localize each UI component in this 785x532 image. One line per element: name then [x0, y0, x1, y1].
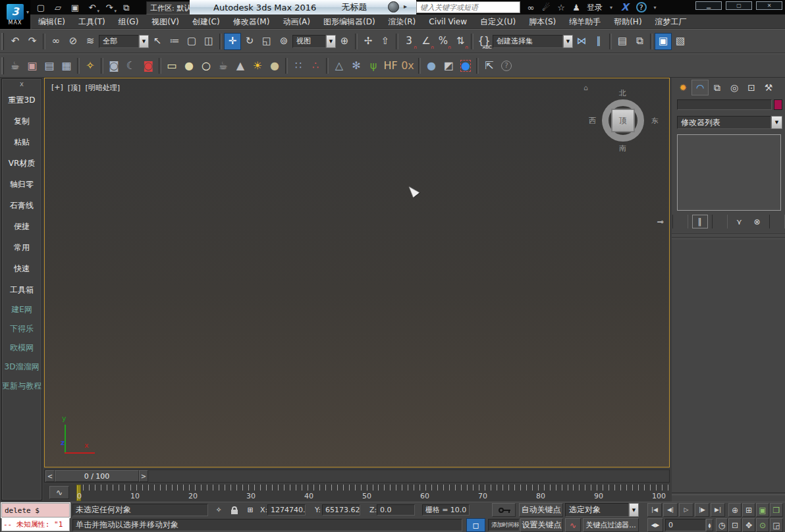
menu-item[interactable]: 组(G) [112, 14, 146, 29]
use-pivot-center-icon[interactable]: ⊕ [336, 33, 353, 50]
y-coordinate-field[interactable]: 65173.625 [322, 504, 360, 516]
keyboard-override-icon[interactable]: ⇧ [377, 33, 394, 50]
rock-object-icon[interactable]: ✻ [348, 57, 365, 74]
moon-light-icon[interactable]: ☾ [122, 57, 140, 74]
search-input[interactable]: 键入关键字或短语 [416, 1, 520, 13]
isolate-selection-toggle[interactable]: ◻ [466, 518, 485, 532]
blob-primitive-icon[interactable]: ● [180, 57, 198, 74]
select-and-link-icon[interactable]: ∞ [47, 33, 65, 50]
edit-named-selections-icon[interactable]: {}ABC [475, 33, 493, 50]
viewcube-top-face[interactable]: 顶 [611, 109, 635, 132]
material-editor-icon[interactable]: ▣ [655, 33, 672, 50]
layer-explorer-icon[interactable]: ⧉ [631, 33, 648, 50]
pan-view-icon[interactable]: ✥ [742, 518, 755, 532]
viewport-top[interactable]: [+] [顶] [明暗处理] ⌂ 顶 北 南 西 东 y x z [44, 78, 670, 467]
goto-start-icon[interactable]: |◀ [647, 503, 662, 517]
next-frame-arrow[interactable]: > [139, 470, 148, 482]
menu-item[interactable]: 绵羊助手 [562, 14, 607, 29]
make-unique-icon[interactable]: ⋎ [732, 215, 747, 228]
track-bar[interactable]: ∿ 0 10 20 30 40 50 60 [44, 485, 670, 501]
track-bar-ruler[interactable]: 0 10 20 30 40 50 60 70 80 90 [76, 485, 668, 501]
sidebar-link[interactable]: 欧模网 [2, 338, 41, 358]
x-coordinate-field[interactable]: 1274740.0 [267, 504, 306, 516]
add-time-tag-field[interactable]: 添加时间标记 [488, 519, 520, 531]
selection-lock-icon[interactable] [228, 504, 241, 516]
undo-scene-icon[interactable]: ↶ [7, 33, 24, 50]
help-disabled-icon[interactable]: ? [498, 57, 515, 74]
orbit-icon[interactable]: ⊙ [756, 518, 769, 532]
zoom-region-icon[interactable]: ⊡ [728, 518, 742, 532]
project-folder-icon[interactable]: ⧉ [119, 1, 134, 14]
zoom-extents-all-icon[interactable]: ❒ [770, 503, 783, 517]
sidebar-button[interactable]: 粘贴 [2, 132, 41, 153]
object-name-input[interactable] [677, 99, 772, 110]
select-and-place-icon[interactable]: ⊚ [275, 33, 292, 50]
ox-fur-icon[interactable]: 0x [399, 57, 416, 74]
sidebar-title[interactable]: x [2, 79, 41, 90]
remove-modifier-icon[interactable]: ⊗ [749, 215, 765, 228]
select-and-scale-icon[interactable]: ◱ [258, 33, 275, 50]
sphere-primitive-icon[interactable]: ● [266, 57, 283, 74]
menu-item[interactable]: 图形编辑器(D) [317, 14, 382, 29]
key-filters-button[interactable]: 关键点过滤器... [583, 518, 639, 532]
chevron-down-icon[interactable]: ▼ [629, 503, 639, 517]
maximize-viewport-icon[interactable]: ◲ [770, 518, 783, 532]
select-and-move-icon[interactable]: ✛ [224, 33, 241, 50]
redo-icon[interactable]: ↷▾ [101, 1, 117, 14]
scene-explorer-icon[interactable]: ▤ [614, 33, 631, 50]
zoom-all-icon[interactable]: ⊞ [742, 503, 755, 517]
sidebar-link[interactable]: 更新与教程 [2, 377, 41, 396]
frame-spinner[interactable]: ▲ ▼ [706, 519, 713, 531]
menu-item[interactable]: 工具(T) [72, 14, 112, 29]
set-key-button[interactable]: 设置关键点 [520, 518, 563, 532]
percent-snap-icon[interactable]: %∩ [435, 33, 452, 50]
select-and-rotate-icon[interactable]: ↻ [241, 33, 258, 50]
pin-stack-icon[interactable]: ⊸ [653, 215, 668, 228]
select-and-manipulate-icon[interactable]: ✢ [360, 33, 377, 50]
chevron-down-icon[interactable]: ▼ [139, 35, 149, 48]
sun-light-icon[interactable]: ☀ [249, 57, 266, 74]
signin-person-icon[interactable]: ♟ [569, 1, 583, 14]
play-icon[interactable]: ▷ [679, 503, 693, 517]
viewcube-west-label[interactable]: 西 [589, 116, 596, 126]
isolate-bulb-icon[interactable]: ✧ [212, 504, 225, 516]
chevron-down-icon[interactable]: ▼ [771, 116, 782, 129]
molecule-icon[interactable]: ∴ [307, 57, 324, 74]
viewcube-north-label[interactable]: 北 [619, 88, 626, 98]
goto-end-icon[interactable]: ▶| [711, 503, 725, 517]
time-slider-handle[interactable]: 0 / 100 [55, 470, 139, 482]
sidebar-button[interactable]: 石膏线 [2, 195, 41, 216]
object-color-swatch[interactable] [774, 99, 782, 110]
viewport-shading-menu[interactable]: [明暗处理] [85, 83, 120, 93]
help-icon[interactable]: ? [636, 2, 647, 13]
masked-sphere-icon[interactable]: ● [457, 57, 474, 74]
sidebar-button[interactable]: 重置3D [2, 90, 41, 111]
modifier-list-dropdown[interactable]: 修改器列表 ▼ [677, 116, 782, 129]
redo-scene-icon[interactable]: ↷ [24, 33, 41, 50]
chevron-down-icon[interactable]: ▼ [326, 35, 336, 48]
chevron-down-icon[interactable]: ▾ [610, 5, 612, 11]
viewport-general-menu[interactable]: [+] [51, 83, 63, 93]
open-file-icon[interactable]: ▱ [50, 1, 66, 14]
zoom-icon[interactable]: ⊕ [728, 503, 742, 517]
sidebar-button[interactable]: 复制 [2, 111, 41, 132]
menu-item[interactable]: 帮助(H) [607, 14, 648, 29]
communication-ball-icon[interactable] [388, 1, 399, 13]
compass-helper-icon[interactable]: △ [331, 57, 348, 74]
maxscript-mini-listener[interactable]: delete $ -- 未知属性: "1 [1, 503, 70, 532]
wire-teapot-icon[interactable]: ☕ [215, 57, 232, 74]
current-frame-field[interactable]: 0 [665, 519, 706, 531]
search-binoculars-icon[interactable]: ∞ [524, 1, 538, 14]
z-coordinate-field[interactable]: 0.0 [377, 504, 415, 516]
select-by-name-icon[interactable]: ≔ [166, 33, 183, 50]
absolute-offset-toggle-icon[interactable]: ⊞ [244, 504, 257, 516]
modifier-stack[interactable] [677, 134, 781, 211]
key-filter-selection-dropdown[interactable]: 选定对象 ▼ [565, 503, 639, 517]
angle-snap-icon[interactable]: ∠∩ [418, 33, 435, 50]
red-camera-icon[interactable]: ◙ [140, 57, 157, 74]
rendered-frame-window-icon[interactable]: ▧ [672, 33, 689, 50]
selection-filter-dropdown[interactable]: 全部 ▼ [99, 35, 149, 48]
tab-display[interactable]: ⊡ [743, 80, 760, 95]
viewport-pov-menu[interactable]: [顶] [68, 83, 81, 93]
menu-item[interactable]: 自定义(U) [474, 14, 522, 29]
